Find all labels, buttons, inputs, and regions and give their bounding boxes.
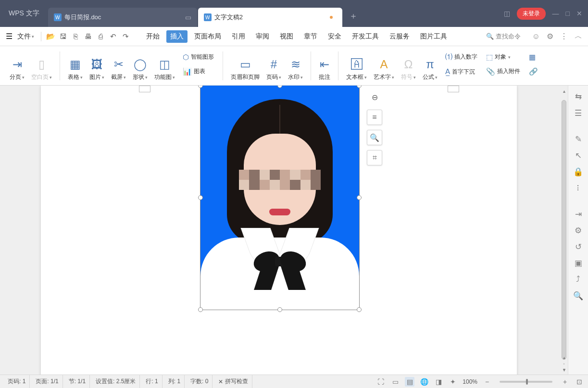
status-wordcount[interactable]: 字数: 0 xyxy=(187,375,213,388)
next-page-icon[interactable]: ▾ xyxy=(563,367,565,373)
zoom-slider[interactable] xyxy=(500,381,552,383)
file-menu[interactable]: 文件▾ xyxy=(14,30,37,43)
resize-handle-tm[interactable] xyxy=(277,86,282,88)
more-link-button[interactable]: 🔗 xyxy=(527,66,540,77)
print-view-icon[interactable]: ▤ xyxy=(405,377,414,387)
document-tab-2[interactable]: W 文字文稿2 xyxy=(198,8,342,27)
maximize-button[interactable]: □ xyxy=(566,10,570,17)
status-pagecode[interactable]: 页码: 1 xyxy=(4,375,30,388)
resize-handle-bm[interactable] xyxy=(277,307,282,312)
tab-view[interactable]: 视图 xyxy=(276,30,297,43)
tab-references[interactable]: 引用 xyxy=(228,30,249,43)
zoom-level[interactable]: 100% xyxy=(463,378,477,385)
scroll-up-icon[interactable]: ▴ xyxy=(561,88,567,93)
settings-icon[interactable]: ⚙ xyxy=(571,223,586,238)
nav-target-icon[interactable]: ◦ xyxy=(563,361,565,366)
resize-handle-mr[interactable] xyxy=(357,195,362,200)
watermark-button[interactable]: ≋水印▾ xyxy=(287,55,304,85)
fullscreen-view-icon[interactable]: ⛶ xyxy=(376,377,386,387)
more-icon[interactable]: ⋮ xyxy=(560,32,568,41)
comment-button[interactable]: ⇤批注 xyxy=(318,55,331,85)
undo-icon[interactable]: ↶ xyxy=(108,31,118,42)
cursor-icon[interactable]: ↖ xyxy=(571,148,586,163)
outline-icon[interactable]: ⇥ xyxy=(571,207,586,221)
page-break-button[interactable]: ⇥分页▾ xyxy=(9,55,25,85)
sidebar-toggle-icon[interactable]: ⇆ xyxy=(571,89,586,104)
spacing-icon[interactable]: ⫶ xyxy=(571,181,586,195)
minimize-button[interactable]: — xyxy=(552,10,559,17)
scroll-thumb[interactable] xyxy=(562,100,566,360)
fit-page-button[interactable]: ⊡ xyxy=(575,377,584,387)
document-tab-1[interactable]: W 每日简报.doc ▭ xyxy=(48,8,197,27)
insert-number-button[interactable]: ⑴插入数字 xyxy=(443,51,479,63)
crop-image-button[interactable]: ⌗ xyxy=(367,150,382,165)
resize-handle-bl[interactable] xyxy=(198,307,203,312)
header-footer-button[interactable]: ▭页眉和页脚 xyxy=(230,55,261,85)
selected-image[interactable] xyxy=(200,86,359,310)
status-page[interactable]: 页面: 1/1 xyxy=(32,375,63,388)
history-icon[interactable]: ↺ xyxy=(571,239,586,254)
tab-cloud[interactable]: 云服务 xyxy=(386,30,413,43)
prev-page-icon[interactable]: ▴ xyxy=(563,355,565,360)
object-button[interactable]: ⬚对象▾ xyxy=(484,52,522,63)
zoom-out-button[interactable]: − xyxy=(482,377,492,387)
status-section[interactable]: 节: 1/1 xyxy=(65,375,90,388)
focus-view-icon[interactable]: ✦ xyxy=(448,377,458,387)
equation-button[interactable]: π公式▾ xyxy=(422,55,438,85)
edit-icon[interactable]: ✎ xyxy=(571,132,586,146)
print-preview-icon[interactable]: ⎘ xyxy=(70,31,81,42)
gear-icon[interactable]: ⚙ xyxy=(547,32,553,41)
clipboard-icon[interactable]: ▣ xyxy=(571,256,586,270)
status-line[interactable]: 行: 1 xyxy=(142,375,162,388)
collapse-toolbar-button[interactable]: ⊖ xyxy=(367,89,382,105)
tab-section[interactable]: 章节 xyxy=(300,30,321,43)
picture-button[interactable]: 🖼图片▾ xyxy=(88,55,105,85)
drop-cap-button[interactable]: A̲首字下沉 xyxy=(443,66,479,77)
chart-button[interactable]: 📊图表 xyxy=(181,66,216,77)
sidebar-menu-icon[interactable]: ☰ xyxy=(571,106,586,120)
outline-view-icon[interactable]: ◨ xyxy=(434,377,443,387)
web-view-icon[interactable]: 🌐 xyxy=(419,377,429,387)
save-icon[interactable]: 🖫 xyxy=(58,31,68,42)
resize-handle-tl[interactable] xyxy=(198,86,203,88)
shape-button[interactable]: ◯形状▾ xyxy=(132,55,149,85)
login-button[interactable]: 未登录 xyxy=(517,8,546,20)
redo-icon[interactable]: ↷ xyxy=(120,31,131,42)
lock-icon[interactable]: 🔒 xyxy=(571,164,586,179)
vertical-scrollbar[interactable]: ▴ ▾ xyxy=(560,95,568,365)
tab-start[interactable]: 开始 xyxy=(142,30,163,43)
command-search[interactable]: 🔍 查找命令 xyxy=(486,32,521,41)
new-tab-button[interactable]: ＋ xyxy=(346,9,361,23)
layout-icon[interactable]: ◫ xyxy=(504,10,510,17)
smart-graphic-button[interactable]: ⬡智能图形 xyxy=(181,52,216,63)
more-object-button[interactable]: ▦ xyxy=(527,52,540,63)
canvas[interactable]: ⊖ ≡ 🔍 ⌗ ▴ ▾ ▴ ◦ ▾ xyxy=(0,86,568,375)
read-view-icon[interactable]: ▭ xyxy=(390,377,400,387)
tab-page-layout[interactable]: 页面布局 xyxy=(190,30,225,43)
print-direct-icon[interactable]: ⎙ xyxy=(95,31,106,42)
screenshot-button[interactable]: ✂截屏▾ xyxy=(110,55,127,85)
print-icon[interactable]: 🖶 xyxy=(83,31,93,42)
tab-overflow-icon[interactable]: ▭ xyxy=(185,13,191,21)
wordart-button[interactable]: A艺术字▾ xyxy=(373,55,395,85)
symbol-button[interactable]: Ω符号▾ xyxy=(400,55,417,85)
hamburger-icon[interactable]: ☰ xyxy=(6,32,13,41)
smartart-button[interactable]: ◫功能图▾ xyxy=(153,55,176,85)
open-icon[interactable]: 📂 xyxy=(45,31,56,42)
table-button[interactable]: ▦表格▾ xyxy=(67,55,84,85)
close-button[interactable]: ✕ xyxy=(576,10,582,17)
layout-options-button[interactable]: ≡ xyxy=(367,110,382,125)
collapse-ribbon-icon[interactable]: ︿ xyxy=(575,31,582,41)
search-icon[interactable]: 🔍 xyxy=(571,288,586,303)
blank-page-button[interactable]: ▯空白页▾ xyxy=(30,55,53,85)
tab-developer[interactable]: 开发工具 xyxy=(348,30,383,43)
tab-review[interactable]: 审阅 xyxy=(252,30,273,43)
attachment-button[interactable]: 📎插入附件 xyxy=(484,66,522,77)
page-number-button[interactable]: #页码▾ xyxy=(265,55,282,85)
zoom-in-button[interactable]: + xyxy=(560,377,570,387)
smiley-icon[interactable]: ☺ xyxy=(532,32,540,41)
status-position[interactable]: 设置值: 2.5厘米 xyxy=(92,375,140,388)
share-icon[interactable]: ⤴ xyxy=(571,272,586,287)
tab-picture-tools[interactable]: 图片工具 xyxy=(416,30,451,43)
zoom-image-button[interactable]: 🔍 xyxy=(367,130,382,145)
